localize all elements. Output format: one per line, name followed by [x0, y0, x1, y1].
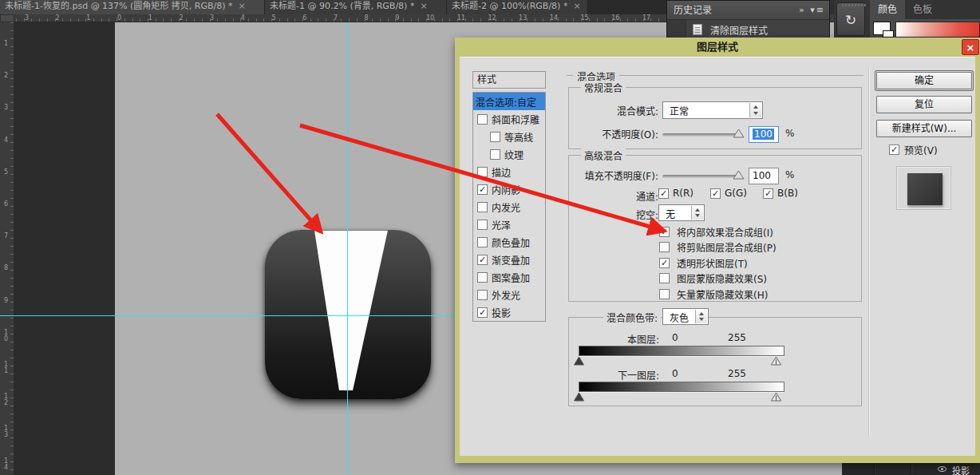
blend-if-marker[interactable] [771, 393, 781, 402]
blend-option-row[interactable]: 将剪贴图层混合成组(P) [659, 240, 776, 254]
style-item[interactable]: 纹理 [473, 145, 545, 163]
ruler-tick-label: 12 [488, 14, 496, 22]
document-tab-title: 未标题-1-恢复的.psd @ 137% (圆角矩形 拷贝, RGB/8) * [5, 0, 233, 14]
style-item[interactable]: 内发光 [473, 198, 545, 216]
channel-toggle[interactable]: ✓R(R) [658, 188, 694, 199]
style-item[interactable]: ✓内阴影 [473, 180, 545, 198]
style-item-label: 内阴影 [492, 183, 520, 196]
tab-close-icon[interactable]: × [420, 0, 427, 14]
style-checkbox[interactable] [477, 290, 488, 300]
style-item[interactable]: 等高线 [473, 128, 545, 145]
tab-close-icon[interactable]: × [573, 0, 580, 14]
document-tab-3[interactable]: 未标题-2 @ 100%(RGB/8) * × [447, 0, 588, 14]
style-item-label: 纹理 [504, 148, 524, 161]
ruler-tick-label: 8 [2, 264, 10, 271]
style-checkbox[interactable] [477, 220, 488, 230]
style-item[interactable]: 外发光 [473, 286, 545, 303]
new-style-button[interactable]: 新建样式(W)... [876, 120, 972, 137]
background-color-swatch[interactable] [883, 30, 894, 38]
document-tab-2[interactable]: 未标题-1 @ 90.2% (背景, RGB/8) * × [265, 0, 447, 14]
blend-if-marker[interactable] [574, 357, 584, 366]
blend-option-checkbox[interactable]: ✓ [659, 258, 670, 268]
underlying-layer-gradient-bar[interactable] [579, 382, 784, 392]
blend-option-checkbox[interactable] [659, 242, 670, 252]
style-checkbox[interactable] [477, 167, 488, 177]
opacity-slider[interactable] [662, 133, 739, 137]
knockout-dropdown[interactable]: 无 [658, 204, 705, 221]
layer-style-dialog: 图层样式 × 样式 混合选项:自定斜面和浮雕等高线纹理描边✓内阴影内发光光泽颜色… [455, 38, 980, 463]
fill-opacity-input[interactable]: 100 [749, 168, 779, 184]
style-item[interactable]: ✓渐变叠加 [473, 251, 545, 268]
blend-option-label: 图层蒙版隐藏效果(S) [677, 271, 767, 285]
dialog-close-button[interactable]: × [962, 39, 979, 55]
style-checkbox[interactable] [490, 132, 500, 142]
blend-option-row[interactable]: ✓将内部效果混合成组(I) [659, 225, 773, 239]
style-checkbox[interactable]: ✓ [477, 255, 488, 265]
tab-color[interactable]: 颜色 [870, 0, 905, 19]
preview-checkbox[interactable]: ✓ [889, 144, 899, 155]
color-ramp[interactable] [895, 22, 980, 38]
style-item-label: 斜面和浮雕 [492, 113, 539, 126]
ruler-corner [0, 14, 14, 22]
blend-option-row[interactable]: 矢量蒙版隐藏效果(H) [659, 287, 768, 301]
history-item[interactable]: 清除图层样式 [667, 20, 829, 39]
reset-button[interactable]: 复位 [876, 96, 972, 113]
slider-thumb[interactable] [733, 129, 745, 138]
ruler-tick-label: 15 [581, 14, 589, 22]
ok-button[interactable]: 确定 [876, 72, 972, 89]
slider-thumb[interactable] [733, 170, 745, 180]
blend-if-marker[interactable] [771, 357, 781, 366]
blend-if-dropdown[interactable]: 灰色 [662, 308, 709, 325]
rounded-icon-artwork [265, 230, 431, 399]
style-item[interactable]: 光泽 [473, 216, 545, 233]
vertical-guide[interactable] [347, 22, 348, 475]
style-checkbox[interactable]: ✓ [477, 184, 488, 195]
style-checkbox[interactable] [477, 237, 488, 247]
style-checkbox[interactable]: ✓ [477, 307, 488, 318]
style-item-label: 光泽 [492, 218, 511, 232]
channel-toggle[interactable]: ✓G(G) [710, 188, 747, 199]
channel-checkbox[interactable]: ✓ [763, 188, 773, 199]
style-item[interactable]: 混合选项:自定 [473, 93, 545, 110]
channel-checkbox[interactable]: ✓ [658, 188, 669, 199]
style-item[interactable]: 图案叠加 [473, 268, 545, 286]
style-item[interactable]: ✓投影 [473, 303, 545, 321]
preview-label: 预览(V) [904, 143, 938, 156]
visibility-eye-icon[interactable] [938, 466, 946, 472]
style-item[interactable]: 描边 [473, 163, 545, 180]
style-checkbox[interactable] [477, 272, 488, 283]
blend-option-checkbox[interactable] [659, 289, 670, 299]
style-checkbox[interactable] [477, 114, 488, 125]
preview-toggle[interactable]: ✓ 预览(V) [889, 143, 938, 156]
blend-mode-label: 混合模式: [587, 104, 658, 117]
style-item[interactable]: 颜色叠加 [473, 233, 545, 251]
blend-option-row[interactable]: ✓透明形状图层(T) [659, 256, 748, 270]
style-item[interactable]: 斜面和浮雕 [473, 110, 545, 128]
ruler-tick-label: 3 [210, 14, 214, 22]
blend-option-checkbox[interactable] [659, 273, 670, 283]
history-panel-menu-icon[interactable]: » ▾≡ [799, 1, 825, 20]
ruler-tick-label: 6 [2, 200, 10, 207]
blend-option-checkbox[interactable]: ✓ [659, 227, 670, 237]
document-tab-1[interactable]: 未标题-1-恢复的.psd @ 137% (圆角矩形 拷贝, RGB/8) * … [0, 0, 265, 14]
blend-option-row[interactable]: 图层蒙版隐藏效果(S) [659, 271, 767, 285]
ruler-tick-label: 13 [2, 425, 10, 437]
style-checkbox[interactable] [477, 202, 488, 212]
dialog-title: 图层样式 [455, 38, 980, 57]
tab-swatches[interactable]: 色板 [905, 0, 940, 19]
channel-label: G(G) [725, 188, 747, 199]
history-dock-icon[interactable]: ↻ [836, 2, 865, 36]
style-checkbox[interactable] [490, 149, 500, 160]
fill-opacity-slider[interactable] [662, 175, 739, 178]
blend-if-marker[interactable] [574, 393, 584, 402]
channel-toggle[interactable]: ✓B(B) [763, 188, 798, 199]
tab-close-icon[interactable]: × [239, 0, 246, 14]
ruler-tick-label: 2 [56, 14, 60, 22]
history-panel: 历史记录 » ▾≡ 清除图层样式 [666, 0, 830, 40]
channel-checkbox[interactable]: ✓ [710, 188, 721, 199]
opacity-input[interactable]: 100 [749, 126, 779, 143]
panel-dock: ↻ [834, 0, 870, 38]
ruler-tick-label: 6 [302, 14, 306, 22]
this-layer-gradient-bar[interactable] [579, 346, 784, 356]
blend-mode-dropdown[interactable]: 正常 [662, 101, 763, 119]
